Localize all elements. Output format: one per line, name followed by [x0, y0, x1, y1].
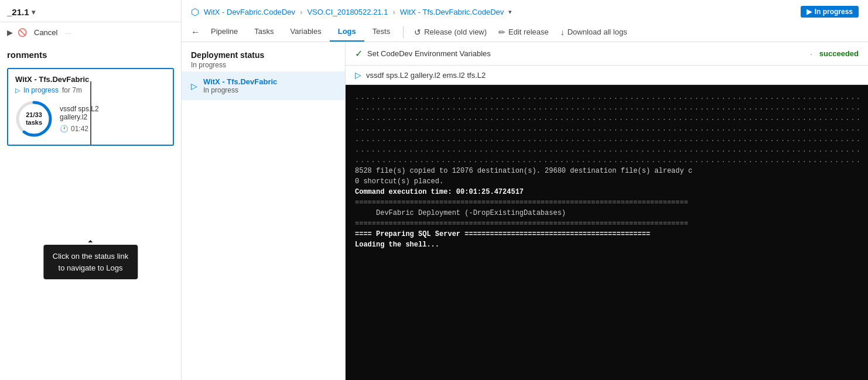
action-separator: ··· — [64, 28, 71, 37]
tasks-word: tasks — [26, 119, 42, 126]
circle-label: 21/33 tasks — [26, 111, 42, 126]
middle-panel: Deployment status In progress ▷ WitX - T… — [182, 42, 346, 380]
breadcrumb-sep-0: › — [300, 8, 302, 16]
tooltip: Click on the status link to navigate to … — [43, 245, 138, 279]
terminal-line: ........................................… — [355, 102, 859, 113]
tasks-done: 21 — [26, 111, 33, 118]
terminal-line: ========================================… — [355, 218, 859, 229]
back-arrow-icon[interactable]: ← — [191, 27, 200, 37]
tasks-total: 33 — [35, 111, 42, 118]
env-card[interactable]: WitX - Tfs.DevFabric ▷ In progress for 7… — [7, 68, 174, 146]
terminal-line: ........................................… — [355, 134, 859, 145]
terminal-line: 0 shortcut(s) placed. — [355, 176, 859, 187]
env-duration: for 7m — [62, 86, 82, 94]
tab-variables[interactable]: Variables — [282, 22, 330, 42]
release-old-view-label: Release (old view) — [424, 28, 487, 36]
terminal: ........................................… — [346, 85, 868, 380]
left-top-bar: _21.1 ▾ — [0, 0, 181, 22]
deploy-item-info: WitX - Tfs.DevFabric In progress — [203, 77, 277, 94]
tab-action-edit[interactable]: ✏ Edit release — [493, 23, 555, 42]
terminal-line: DevFabric Deployment (-DropExistingDatab… — [355, 208, 859, 218]
task2-play-icon: ▷ — [355, 70, 361, 80]
breadcrumb-sep-1: › — [392, 8, 395, 16]
release-refresh-icon: ↺ — [414, 28, 421, 37]
play-icon: ▶ — [7, 28, 13, 37]
terminal-line: ........................................… — [355, 124, 859, 134]
edit-pencil-icon: ✏ — [498, 28, 505, 37]
vert-line — [90, 81, 91, 146]
tab-tests[interactable]: Tests — [364, 22, 398, 42]
release-title-text: _21.1 — [7, 7, 29, 17]
log-task1-row[interactable]: ✓ Set CodeDev Environment Variables · su… — [346, 42, 868, 66]
tab-tasks[interactable]: Tasks — [246, 22, 282, 42]
deploy-status-header: Deployment status In progress — [182, 42, 345, 71]
check-icon: ✓ — [355, 48, 363, 59]
breadcrumb-item-2[interactable]: WitX - Tfs.DevFabric.CodeDev — [400, 8, 504, 16]
log-task2-row[interactable]: ▷ vssdf sps.L2 gallery.l2 ems.l2 tfs.L2 — [346, 66, 868, 85]
in-progress-label: In progress — [815, 8, 853, 16]
deploy-item-status: In progress — [203, 86, 277, 94]
main-log: ✓ Set CodeDev Environment Variables · su… — [346, 42, 868, 380]
release-title: _21.1 ▾ — [7, 7, 35, 17]
tooltip-line2: to navigate to Logs — [59, 263, 123, 272]
tab-separator — [403, 26, 404, 38]
terminal-line: ........................................… — [355, 113, 859, 124]
terminal-line: ........................................… — [355, 155, 859, 166]
breadcrumb-item-0[interactable]: WitX - DevFabric.CodeDev — [204, 8, 295, 16]
environments-label: ronments — [0, 43, 181, 63]
tab-action-download[interactable]: ↓ Download all logs — [555, 23, 633, 42]
play-small-icon: ▷ — [15, 87, 20, 94]
terminal-line: Loading the shell... — [355, 239, 859, 250]
download-logs-label: Download all logs — [568, 28, 627, 36]
subtask-text: vssdf sps.L2gallery.l2 — [60, 105, 99, 121]
task1-dot: · — [810, 49, 812, 59]
breadcrumb-chevron-icon[interactable]: ▾ — [508, 8, 512, 16]
panels-container: Deployment status In progress ▷ WitX - T… — [182, 42, 868, 380]
breadcrumb-item-1[interactable]: VSO.CI_20180522.21.1 — [307, 8, 388, 16]
play-badge-icon: ▶ — [807, 8, 812, 16]
task1-label: Set CodeDev Environment Variables — [367, 49, 803, 58]
in-progress-badge: ▶ In progress — [801, 6, 859, 18]
terminal-line: ========================================… — [355, 197, 859, 208]
edit-release-label: Edit release — [508, 28, 549, 36]
deploy-item-play-icon: ▷ — [191, 81, 197, 91]
terminal-line: Command execution time: 00:01:25.4724517 — [355, 187, 859, 197]
left-panel: _21.1 ▾ ▶ 🚫 Cancel ··· ronments WitX - T… — [0, 0, 182, 380]
tab-logs[interactable]: Logs — [330, 22, 364, 42]
terminal-line: 8528 file(s) copied to 12076 destination… — [355, 166, 859, 176]
top-nav: ⬡ WitX - DevFabric.CodeDev › VSO.CI_2018… — [182, 0, 868, 42]
tooltip-container: Click on the status link to navigate to … — [0, 150, 181, 215]
release-chevron-icon[interactable]: ▾ — [32, 8, 35, 16]
circle-progress: 21/33 tasks — [15, 100, 53, 138]
terminal-line: ........................................… — [355, 92, 859, 102]
time-value: 01:42 — [71, 125, 88, 133]
right-panel: ⬡ WitX - DevFabric.CodeDev › VSO.CI_2018… — [182, 0, 868, 380]
clock-icon: 🕐 — [60, 125, 69, 133]
cancel-icon: 🚫 — [18, 28, 27, 37]
terminal-line: ==== Preparing SQL Server ==============… — [355, 229, 859, 239]
terminal-line: ........................................… — [355, 145, 859, 155]
tooltip-line1: Click on the status link — [53, 252, 128, 261]
deploy-status-sub: In progress — [191, 61, 336, 69]
cancel-button[interactable]: Cancel — [32, 27, 60, 38]
env-card-info: vssdf sps.L2gallery.l2 🕐 01:42 — [60, 105, 99, 133]
download-icon: ↓ — [561, 28, 565, 37]
pipeline-icon: ⬡ — [191, 6, 199, 18]
tabs-row: ← Pipeline Tasks Variables Logs Tests ↺ … — [191, 22, 859, 42]
tab-pipeline[interactable]: Pipeline — [203, 22, 246, 42]
breadcrumb-row: ⬡ WitX - DevFabric.CodeDev › VSO.CI_2018… — [191, 0, 859, 22]
tab-action-release[interactable]: ↺ Release (old view) — [408, 23, 493, 42]
deploy-item-name: WitX - Tfs.DevFabric — [203, 77, 277, 86]
env-card-time: 🕐 01:42 — [60, 125, 99, 133]
deploy-item[interactable]: ▷ WitX - Tfs.DevFabric In progress — [182, 71, 345, 100]
task2-label: vssdf sps.L2 gallery.l2 ems.l2 tfs.L2 — [366, 71, 486, 80]
deploy-status-title: Deployment status — [191, 50, 336, 60]
env-status-text: In progress — [23, 86, 59, 94]
task1-status: succeeded — [819, 49, 859, 58]
left-actions: ▶ 🚫 Cancel ··· — [0, 22, 181, 43]
